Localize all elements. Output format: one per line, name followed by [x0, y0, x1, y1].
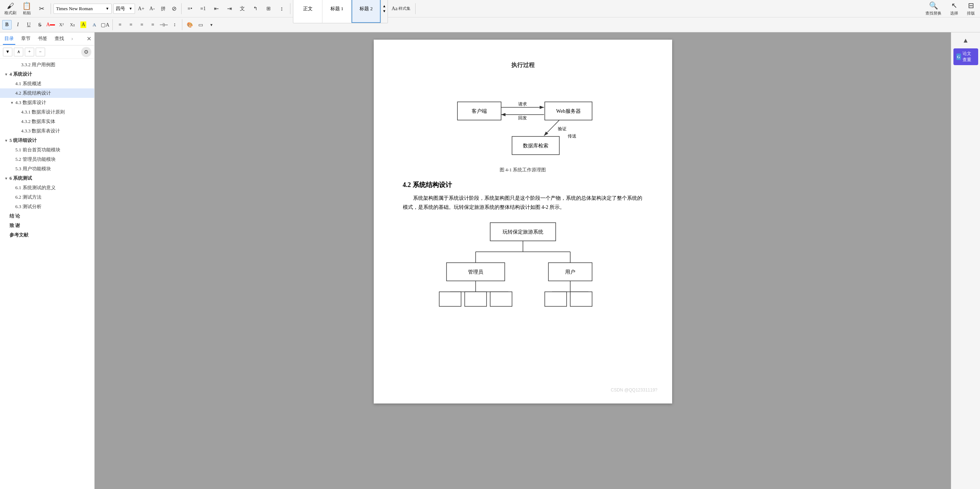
toc-item-43[interactable]: ▼ 4.3 数据库设计: [0, 98, 94, 107]
section42-heading: 4.2 系统结构设计: [403, 181, 643, 189]
nav-up-btn[interactable]: ∧: [14, 48, 23, 56]
border-btn[interactable]: ▭: [196, 20, 205, 30]
font-name-dropdown-icon: ▼: [105, 6, 109, 11]
columns-btn[interactable]: ⊞: [263, 4, 274, 13]
toc-label-4: 4 系统设计: [10, 71, 32, 78]
align-left-btn[interactable]: ≡: [115, 20, 125, 30]
style-heading1[interactable]: 标题 1: [323, 0, 352, 23]
style-heading2[interactable]: 标题 2: [352, 0, 381, 23]
color-bar: [50, 24, 55, 25]
lunwen-chachong-btn[interactable]: G 论文查重: [953, 48, 978, 65]
style-set-area: 正文 标题 1 标题 2 ▲ ▼: [293, 0, 388, 23]
style-set-btn[interactable]: Aa 样式集: [390, 5, 413, 13]
toc-item-conclusion[interactable]: 结 论: [0, 211, 94, 221]
superscript-btn[interactable]: X²: [57, 20, 66, 30]
toc-item-432[interactable]: 4.3.2 数据库实体: [0, 117, 94, 126]
font-size-selector[interactable]: 四号 ▼: [113, 4, 135, 14]
toolbar-row1: 🖌 格式刷 📋 粘贴 ✂ Times New Roman ▼ 四号 ▼ A+ A…: [0, 0, 980, 17]
style-heading2-label: 标题 2: [360, 5, 373, 12]
select-btn[interactable]: ↖ 选择: [947, 0, 961, 17]
unordered-list-btn[interactable]: ≡•: [184, 4, 196, 13]
toc-label-62: 6.2 测试方法: [15, 194, 41, 200]
toc-item-51[interactable]: 5.1 前台首页功能模块: [0, 145, 94, 155]
sidebar-close-btn[interactable]: ✕: [87, 35, 91, 42]
toc-item-4[interactable]: ▼ 4 系统设计: [0, 70, 94, 79]
cut-icon: ✂: [39, 5, 45, 13]
border-dropdown-btn[interactable]: ▼: [207, 20, 216, 30]
toc-item-332[interactable]: 3.3.2 用户用例图: [0, 60, 94, 70]
highlight-btn[interactable]: A: [79, 20, 88, 30]
expand-tabs-icon[interactable]: ›: [71, 36, 73, 42]
svg-text:验证: 验证: [558, 126, 566, 131]
font-name-selector[interactable]: Times New Roman ▼: [54, 4, 112, 14]
layout-btn[interactable]: ⊟ 排版: [964, 0, 978, 17]
toc-item-42[interactable]: 4.2 系统结构设计: [0, 89, 94, 98]
document-page: 执行过程 客户端 Web服务器 请求 回发: [374, 40, 672, 403]
shading-fill-btn[interactable]: 🎨: [185, 20, 194, 30]
scroll-up-panel-btn[interactable]: ▲: [955, 35, 977, 46]
clear-format-btn[interactable]: ⊘: [169, 4, 179, 13]
para-spacing-btn[interactable]: ↕: [276, 4, 288, 13]
toc-item-433[interactable]: 4.3.3 数据库表设计: [0, 126, 94, 136]
nav-minus-btn[interactable]: −: [36, 48, 45, 56]
toc-item-thanks[interactable]: 致 谢: [0, 221, 94, 230]
toc-label-332: 3.3.2 用户用例图: [21, 62, 55, 68]
figure1-caption: 图 4-1 系统工作原理图: [403, 167, 643, 173]
document-area[interactable]: 执行过程 客户端 Web服务器 请求 回发: [95, 32, 951, 489]
toc-label-43: 4.3 数据库设计: [15, 99, 46, 106]
style-normal[interactable]: 正文: [293, 0, 323, 23]
bold-btn[interactable]: B: [2, 20, 12, 30]
tab-bookmark[interactable]: 书签: [37, 33, 49, 45]
toc-item-6[interactable]: ▼ 6 系统测试: [0, 173, 94, 183]
toc-item-63[interactable]: 6.3 测试分析: [0, 202, 94, 211]
toc-item-52[interactable]: 5.2 管理员功能模块: [0, 155, 94, 164]
select-icon: ↖: [951, 1, 958, 10]
align-center-btn[interactable]: ≡: [126, 20, 136, 30]
increase-font-btn[interactable]: A+: [137, 4, 146, 13]
toc-item-431[interactable]: 4.3.1 数据库设计原则: [0, 107, 94, 117]
tab-find[interactable]: 查找: [53, 33, 65, 45]
underline-btn[interactable]: U: [24, 20, 33, 30]
justify-btn[interactable]: ≡: [148, 20, 158, 30]
subscript-btn[interactable]: X₂: [68, 20, 77, 30]
toc-item-62[interactable]: 6.2 测试方法: [0, 192, 94, 202]
expand-dropdown-btn[interactable]: ▼: [3, 48, 13, 56]
ordered-list-btn[interactable]: ≡1: [197, 4, 209, 13]
text-direction-btn[interactable]: ↰: [250, 4, 261, 13]
cut-btn[interactable]: ✂: [35, 4, 48, 13]
find-replace-btn[interactable]: 🔍 查找替换: [923, 0, 944, 17]
toc-label-6: 6 系统测试: [10, 175, 32, 181]
align-right-btn[interactable]: ≡: [137, 20, 146, 30]
phonetic-btn[interactable]: 拼: [158, 4, 168, 13]
distributed-btn[interactable]: ⊣⊢: [159, 20, 169, 30]
toc-label-42: 4.2 系统结构设计: [15, 90, 51, 97]
execution-title: 执行过程: [403, 62, 643, 69]
font-color-btn[interactable]: A: [46, 20, 55, 30]
toc-label-thanks: 致 谢: [10, 222, 20, 229]
toc-item-references[interactable]: 参考文献: [0, 230, 94, 240]
toc-item-61[interactable]: 6.1 系统测试的意义: [0, 183, 94, 192]
tab-toc[interactable]: 目录: [3, 33, 15, 45]
decrease-font-btn[interactable]: A-: [147, 4, 157, 13]
chinese-layout-btn[interactable]: 文: [237, 4, 248, 13]
format-painter-icon: 🖌: [7, 2, 14, 10]
text-effect-btn[interactable]: A: [89, 20, 99, 30]
nav-plus-btn[interactable]: +: [25, 48, 34, 56]
italic-btn[interactable]: I: [13, 20, 22, 30]
line-spacing-btn[interactable]: ↕: [170, 20, 180, 30]
format-painter-btn[interactable]: 🖌 格式刷: [2, 1, 19, 16]
paste-btn[interactable]: 📋 粘贴: [20, 1, 33, 16]
text-shading-btn[interactable]: ▢A: [100, 20, 110, 30]
strikethrough-btn[interactable]: S̶: [35, 20, 45, 30]
separator2: [181, 3, 181, 14]
outline-icon[interactable]: ⊙: [81, 47, 91, 57]
increase-indent-btn[interactable]: ⇥: [223, 4, 235, 13]
style-expand-btn[interactable]: ▲ ▼: [381, 0, 388, 23]
toc-label-51: 5.1 前台首页功能模块: [15, 147, 60, 153]
toc-item-5[interactable]: ▼ 5 统详细设计: [0, 136, 94, 145]
tab-chapter[interactable]: 章节: [20, 33, 32, 45]
decrease-indent-btn[interactable]: ⇤: [210, 4, 222, 13]
toc-item-41[interactable]: 4.1 系统概述: [0, 79, 94, 89]
toc-expand-4: ▼: [4, 72, 10, 76]
toc-item-53[interactable]: 5.3 用户功能模块: [0, 164, 94, 173]
